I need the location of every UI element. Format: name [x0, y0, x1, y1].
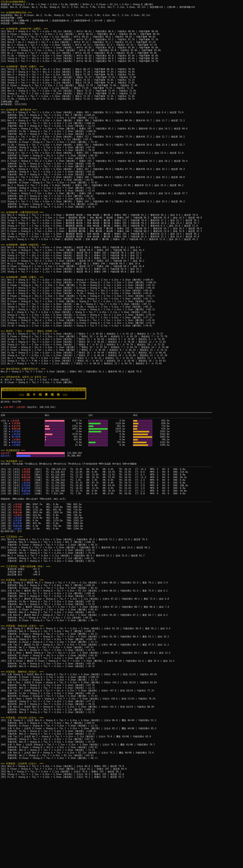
terminal-line: [01] Shang.Q + Tai.Y + Z.Yun + Shi.G + G…	[1, 68, 243, 71]
section-sweep-generalize: === 扫荡复盘: 泛化过滤（泛化分） ===[01] 主将 Shang.Q |…	[1, 716, 243, 762]
terminal-line: [05] Fu.Bu + Shang.Q + Tai.Y + G.Die + S…	[1, 144, 243, 146]
terminal-line: [09] [B] 斋藤归蝶 DMG: 0.0w HEL: 702.6w TKN:…	[1, 525, 243, 527]
healing-value: 0.0w	[108, 433, 125, 436]
terminal-line: [09] Wu.Z + Shang.Q + Tai.Y + G.Die + DZ…	[1, 52, 243, 55]
terminal-line: 优势对局: Wu.Z + Shang.Q + Tai.Y + G.Die + Z…	[1, 138, 243, 141]
terminal-line: [01] Ben.D + Shang.Q + Tai.Y + G.Die + S…	[1, 214, 243, 216]
terminal-line: 优势对局: Ben.D + Shang.Q + Tai.Y + G.Die + …	[1, 584, 243, 587]
terminal-line: [05] Shang.Q + Tai.Y + Z.Yun + G.Die + S…	[1, 224, 243, 227]
section-sweep-peak: === 扫荡复盘: 巅峰对抗（对抗分） ===[01] 主将 Shang.Q |…	[1, 671, 243, 716]
terminal-line: 优势对局: Shang.Q + Tai.Y + Shi.G + G.Die + …	[1, 557, 243, 560]
terminal-line: [07] D.Chuan + Shang.Q + Shi.G + G.Die +…	[1, 295, 243, 298]
healing-value: 0.0w	[108, 436, 125, 438]
terminal-line: [02] D.Chuan + Shang.Q + Tai.Y + G.Die +…	[1, 546, 243, 549]
blank-line	[1, 327, 243, 330]
terminal-line: [10] [B] 上杉谦信 DMG: 12.6w HEL: 0.0w TKN: …	[1, 527, 243, 530]
banner-hatch-strip	[2, 388, 86, 391]
terminal-line: [05] Ben.D + Shang.Q + Tai.Y + G.Die + S…	[1, 289, 243, 292]
terminal-line: [02] D.Chuan + Shang.Q + Tai.Y + G.Die +…	[1, 335, 243, 338]
tanked-value: 838.5w	[152, 422, 170, 425]
terminal-line: 天敌对局: Ben.D + Shang.Q + Tai.Y + G.Die + …	[1, 206, 243, 208]
terminal-line: 天敌对局: Ben.D + Shang.Q + Tai.Y + G.Die + …	[1, 749, 243, 751]
blank-line	[1, 495, 243, 498]
terminal-line: [02] 主将 G.Die | 最优壳 Ben.D + Shang.Q + Ta…	[1, 589, 243, 592]
healing-bar	[88, 433, 108, 435]
terminal-line: 主将互换 差分 -46.3	[1, 570, 243, 573]
terminal-line: [01] [A] 上泉信纲 DMG: 8367.7w HEL: 0.0w TKN…	[1, 503, 243, 506]
healing-bar	[88, 425, 108, 427]
damage-value: 0.0w	[65, 430, 82, 433]
terminal-line: [04] 主将 S.Shan | 最优壳 Shang.Q + Tai.Y + Z…	[1, 606, 243, 608]
terminal-line: 优势对局: Fu.Bu + Shang.Q + Tai.Y + G.Die + …	[1, 600, 243, 603]
terminal-line: [12] Wu.Z + Shang.Q + Tai.Y + G.Die + Z.…	[1, 362, 243, 365]
section-header: === 冠军样本对局: 冠军壳 vs 亚军壳 ===	[1, 376, 243, 378]
terminal-line: 被克对局: D.Chuan + Shang.Q + Tai.Y + G.Die …	[1, 695, 243, 698]
blank-line	[1, 668, 243, 671]
section-header: === 扫荡收尾: 泛化终榜（泛化分） ===	[1, 762, 243, 765]
terminal-line: [09] Shang.Q + Tai.Y + G.Die + Z.Jia + S…	[1, 354, 243, 357]
healing-bar	[88, 436, 108, 438]
section-tournament-start: === 全池锦标赛模式启动 ===候选英雄池: Ben.D, D.Chuan, …	[1, 11, 243, 27]
blank-line	[1, 208, 243, 211]
terminal-line: 天敌对局: Ben.D + Shang.Q + Tai.Y + G.Die + …	[1, 133, 243, 135]
hero-name-cell: ★[A] ◆ 上泉信纲	[1, 420, 45, 422]
terminal-line: [05] 主将 Ben.D | 对抗壳 Ben.D + Shang.Q + Ta…	[1, 706, 243, 708]
section-header: === 阵容壳: 广谱分 / 精英分 / 堡垒分 对照榜 ===	[1, 330, 243, 333]
terminal-line: [11] Wu.Z + Shang.Q + Tai.Y + G.Die + S.…	[1, 95, 243, 98]
terminal-line: [09] [B] [阵亡] 斋藤归蝶 [均衡] TG: 12,391,448 T…	[1, 490, 243, 492]
terminal-line: [11] Shang.Q + Tai.Y + F.Mo + G.Die + S.…	[1, 360, 243, 362]
tanked-value: 714.6w	[152, 425, 170, 428]
terminal-line: 天敌对局: Ben.D + Shang.Q + Tai.Y + G.Die + …	[1, 665, 243, 668]
report-hero-row: [B] ◆ 上泉信纲3170.4w0.0w2362.8w	[1, 433, 243, 436]
section-seed-ranking: === 全池锦标赛: 海选种子榜（去重后） ===[01] Ben.D + Sh…	[1, 27, 243, 65]
terminal-line: 优势对局: Wu.Z + Shang.Q + Tai.Y + G.Die + S…	[1, 179, 243, 181]
section-header: === 扫荡复盘: 巅峰对抗（对抗分） ===	[1, 671, 243, 673]
terminal-line: 优势对局: Ben.D + Shang.Q + Tai.Y + G.Die + …	[1, 114, 243, 117]
tanked-bar	[133, 428, 152, 430]
terminal-line: 优势对局: Shang.Q + Tai.Y + Shi.G + G.Die + …	[1, 592, 243, 595]
terminal-line: 优势对局: Ben.D + Shang.Q + Tai.Y + G.Die + …	[1, 722, 243, 724]
section-champion-candidate: === 版本冠军候选（去重阵容壳口径） ===Ben.D + Shang.Q +…	[1, 368, 243, 376]
terminal-line: 克制对局: D.Chuan + Shang.Q + Z.Yun + G.Die …	[1, 676, 243, 679]
tanked-value: 2394.3w	[152, 444, 170, 446]
section-header: === 全池锦标赛: 海选种子榜（去重后） ===	[1, 27, 243, 30]
damage-value: 12.6w	[65, 444, 82, 446]
terminal-line: 候选池: Ben.D, D.Chuan, Wu.Z, Fu.Bu, Shang.…	[1, 6, 243, 8]
terminal-line: [11] Shang.Q + Tai.Y + Shi.G + G.Die + S…	[1, 57, 243, 60]
terminal-line: [10] Shang.Q + Tai.Y + G.Die + Z.Jia + S…	[1, 271, 243, 273]
terminal-line: [04] Shang.Q + Tai.Y + Z.Yun + G.Die + S…	[1, 38, 243, 41]
terminal-line: 优势对局: Shang.Q + Tai.Y + Z.Yun + G.Die + …	[1, 187, 243, 189]
separator-line: ----------------------------------------…	[1, 417, 243, 420]
terminal-line: 天敌对局: Ben.D + Shang.Q + Tai.Y + G.Die + …	[1, 149, 243, 152]
terminal-line: [15] Fu.Bu + Shang.Q + Tai.Y + G.Die + S…	[1, 316, 243, 319]
section-three-kings-compare: === 三王系对比 ===[01] Ben.D + Shang.Q + Tai.…	[1, 535, 243, 565]
terminal-line: [12] Fu.Bu + Shang.Q + Tai.Y + G.Die + S…	[1, 308, 243, 311]
terminal-line: [07] Ben.D + Shang.Q + Tai.Y + G.Die + S…	[1, 46, 243, 49]
damage-bar	[45, 431, 65, 433]
terminal-line: 被克对局: Ben.D + Shang.Q + Tai.Y + G.Die + …	[1, 711, 243, 714]
terminal-line: 克制对局: Shang.Q + Tai.Y + Shi.G + G.Die + …	[1, 708, 243, 711]
tanked-value: 2162.9w	[152, 441, 170, 444]
terminal-line: [02] Ben.D + Shang.Q + Tai.Y + G.Die + S…	[1, 281, 243, 284]
terminal-line: 优势对局: Ben.D + Shang.Q + Tai.Y + G.Die + …	[1, 541, 243, 544]
terminal-line: [12] Shang.Q + Tai.Y + Shi.G + G.Die + D…	[1, 60, 243, 63]
damage-bar	[45, 420, 65, 422]
section-header: === 扫荡复盘: 广谱过滤（主将分） ===	[1, 579, 243, 581]
tanked-value: 2592.1w	[152, 430, 170, 433]
section-header: === 全池锦标赛: 堡垒榜（去重后） ===	[1, 65, 243, 68]
terminal-line: [06] D.Chuan + Shang.Q + Shi.G + G.Die +…	[1, 227, 243, 230]
terminal-line: 克制对局: Shang.Q + Tai.Y + Z.Yun + G.Die + …	[1, 700, 243, 703]
tanked-bar	[133, 436, 152, 438]
terminal-line: 优势对局: Wu.Z + Shang.Q + Tai.Y + G.Die + S…	[1, 646, 243, 649]
terminal-line: [10] [B] [阵亡] 上杉谦信 [先锋] TG: 7,032,166 TS…	[1, 492, 243, 495]
tanked-bar	[133, 439, 152, 441]
terminal-line: [04] Shang.Q + Tai.Y + Shi.G + G.Die + S…	[1, 135, 243, 138]
terminal-line: [09] Ben.D + Shang.Q + Tai.Y + G.Die + D…	[1, 90, 243, 92]
terminal-line: 优势对局: Wu.Z + Shang.Q + Tai.Y + G.Die + Z…	[1, 617, 243, 619]
section-header: === 三王系对比 ===	[1, 535, 243, 538]
terminal-line: [05] Shang.Q + Tai.Y + Z.Yun + G.Die + S…	[1, 257, 243, 260]
tanked-value: 746.2w	[152, 438, 170, 441]
damage-value: 1752.2w	[65, 425, 82, 428]
terminal-line: [05] [A] [存活] 上杉谦信 [先锋] TG: 10,206,518 T…	[1, 479, 243, 482]
terminal-line: [05] Shang.Q + Tai.Y + Shi.G + G.Die + H…	[1, 79, 243, 82]
